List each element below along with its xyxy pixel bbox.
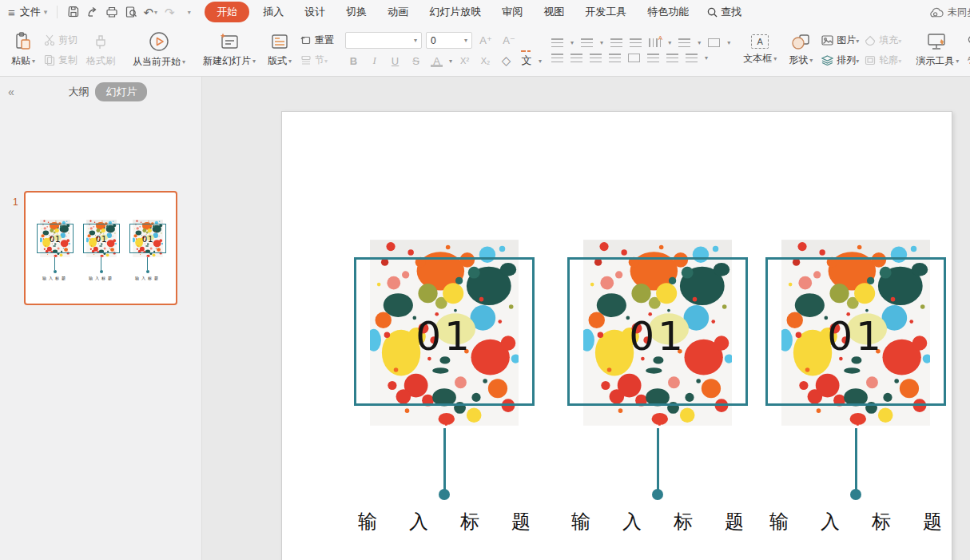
align-right-icon[interactable]	[590, 54, 602, 62]
cut-button[interactable]: 剪切	[44, 34, 78, 47]
picture-button[interactable]: 图片▾	[821, 34, 859, 47]
tab-review[interactable]: 审阅	[491, 2, 533, 22]
print-icon[interactable]	[102, 3, 121, 21]
cloud-icon	[930, 7, 944, 18]
strikethrough-button[interactable]: S	[407, 55, 424, 67]
paste-button[interactable]: 粘贴▾	[8, 32, 38, 68]
connector-dot	[439, 489, 450, 500]
thumbnail-item: 输入标题	[37, 220, 74, 290]
find-button[interactable]: 查找	[699, 5, 749, 19]
play-from-current-button[interactable]: 从当前开始▾	[129, 31, 189, 69]
arrange-button[interactable]: 排列▾	[821, 54, 859, 67]
save-icon[interactable]	[64, 3, 83, 21]
cut-icon	[44, 34, 55, 46]
line-spacing-icon[interactable]	[678, 38, 690, 47]
customize-toolbar-icon[interactable]: ▾	[179, 3, 198, 21]
paste-icon	[14, 32, 32, 51]
fill-button[interactable]: 填充▾	[865, 34, 901, 47]
font-group: ▾ 0▾ A⁺ A⁻ B I U S A ▾ X² X₂ ◇ 文 ▾	[340, 26, 547, 73]
connector-dot	[652, 489, 663, 500]
paragraph-spacing-icon[interactable]	[686, 54, 698, 62]
item-title[interactable]: 输入标题	[326, 509, 563, 534]
thumbnail-item: 输入标题	[83, 220, 120, 290]
numbering-icon[interactable]	[581, 38, 593, 47]
sync-status[interactable]: 未同步	[930, 0, 970, 24]
ribbon: 粘贴▾ 剪切 复制 格式刷 从当前开始▾	[0, 24, 970, 77]
clear-format-button[interactable]: ◇	[498, 54, 515, 68]
tab-slideshow[interactable]: 幻灯片放映	[419, 2, 491, 22]
section-button[interactable]: 节▾	[300, 54, 334, 67]
presentation-tools-icon	[927, 32, 948, 51]
outline-button[interactable]: 轮廓▾	[865, 54, 901, 67]
file-menu[interactable]: 文件	[20, 5, 41, 19]
format-painter-icon	[92, 32, 109, 51]
format-painter-button[interactable]: 格式刷	[83, 32, 118, 68]
bullets-icon[interactable]	[551, 38, 563, 47]
image-frame[interactable]	[567, 257, 748, 406]
phonetic-guide-button[interactable]: 文	[519, 54, 535, 68]
layout-button[interactable]: 版式▾	[264, 32, 295, 68]
font-name-combo[interactable]: ▾	[345, 32, 422, 49]
increase-font-button[interactable]: A⁺	[476, 34, 495, 46]
slide-thumbnail[interactable]: 输入标题 输入标题 输入标题	[24, 191, 177, 305]
tab-transitions[interactable]: 切换	[336, 2, 377, 22]
shapes-button[interactable]: 形状▾	[785, 33, 816, 67]
tab-special-features[interactable]: 特色功能	[637, 2, 699, 22]
tab-view[interactable]: 视图	[533, 2, 574, 22]
hamburger-menu-icon[interactable]: ≡	[8, 6, 15, 19]
undo-icon[interactable]: ↶▾	[141, 3, 160, 21]
fill-icon	[865, 35, 876, 46]
increase-indent-icon[interactable]	[630, 38, 642, 47]
new-slide-icon	[219, 32, 240, 51]
textbox-button[interactable]: A 文本框▾	[740, 34, 780, 66]
titlebar: ≡ 文件 ▾ ↶▾ ↷ ▾ 开始 插入 设计 切换 动画 幻灯片放映 审阅 视图…	[0, 0, 970, 24]
layout-icon	[270, 32, 289, 51]
font-size-combo[interactable]: 0▾	[426, 32, 472, 49]
divider	[57, 6, 58, 18]
new-slide-button[interactable]: 新建幻灯片▾	[200, 32, 259, 68]
image-frame[interactable]	[765, 257, 946, 406]
reset-button[interactable]: 重置	[300, 34, 334, 47]
paragraph-indent-icon[interactable]	[666, 54, 678, 62]
underline-button[interactable]: U	[387, 55, 404, 67]
text-direction-icon[interactable]	[649, 38, 661, 47]
decrease-indent-icon[interactable]	[610, 38, 622, 47]
text-align-options-icon[interactable]	[708, 38, 720, 47]
tab-outline[interactable]: 大纲	[68, 85, 89, 99]
menu-tabs: 开始 插入 设计 切换 动画 幻灯片放映 审阅 视图 开发工具 特色功能 查找	[205, 2, 749, 22]
tab-home[interactable]: 开始	[205, 2, 249, 22]
slide-canvas[interactable]: 输入标题 输入标题 输入标题	[281, 111, 952, 560]
editing-canvas[interactable]: 输入标题 输入标题 输入标题	[202, 77, 970, 560]
print-preview-icon[interactable]	[121, 3, 141, 21]
tab-developer[interactable]: 开发工具	[574, 2, 637, 22]
superscript-button[interactable]: X²	[456, 56, 473, 66]
shapes-icon	[790, 33, 811, 50]
align-left-icon[interactable]	[551, 54, 563, 62]
font-color-button[interactable]: A	[428, 55, 445, 67]
tab-slides[interactable]: 幻灯片	[95, 82, 147, 101]
redo-icon[interactable]: ↷	[160, 3, 179, 21]
align-center-icon[interactable]	[570, 54, 582, 62]
file-menu-chevron-icon[interactable]: ▾	[44, 8, 48, 16]
copy-button[interactable]: 复制	[44, 54, 78, 67]
image-frame[interactable]	[354, 257, 535, 406]
distribute-icon[interactable]	[628, 54, 640, 62]
slideshow-group: 从当前开始▾	[125, 26, 193, 73]
tab-animations[interactable]: 动画	[377, 2, 419, 22]
columns-icon[interactable]	[647, 54, 659, 62]
bold-button[interactable]: B	[345, 55, 362, 67]
export-icon[interactable]	[83, 3, 102, 21]
tab-insert[interactable]: 插入	[252, 2, 294, 22]
subscript-button[interactable]: X₂	[477, 56, 494, 66]
decrease-font-button[interactable]: A⁻	[499, 34, 519, 46]
connector-dot	[850, 489, 861, 500]
justify-icon[interactable]	[609, 54, 621, 62]
font-color-chevron-icon[interactable]: ▾	[449, 58, 452, 65]
presentation-tools-button[interactable]: 演示工具▾	[912, 32, 962, 68]
collapse-panel-button[interactable]: «	[8, 85, 14, 98]
item-title[interactable]: 输入标题	[737, 509, 970, 534]
tab-design[interactable]: 设计	[294, 2, 336, 22]
arrange-icon	[821, 55, 833, 66]
phonetic-chevron-icon[interactable]: ▾	[539, 58, 542, 65]
italic-button[interactable]: I	[366, 54, 383, 67]
